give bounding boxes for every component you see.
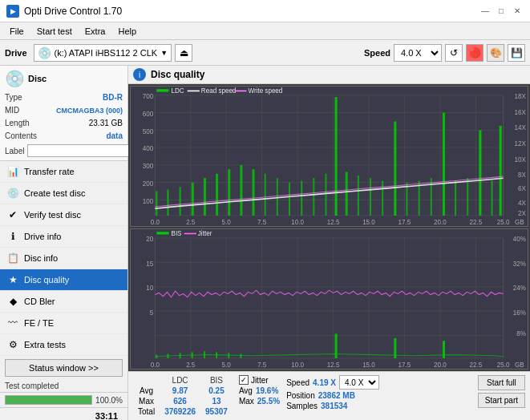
menu-file[interactable]: File [3, 25, 30, 38]
nav-transfer-rate[interactable]: 📊 Transfer rate [0, 161, 127, 183]
nav-verify-test[interactable]: ✔ Verify test disc [0, 204, 127, 226]
svg-text:22.5: 22.5 [469, 361, 482, 369]
svg-text:8%: 8% [516, 329, 526, 337]
label-input[interactable] [27, 144, 134, 157]
minimize-button[interactable]: — [479, 5, 492, 18]
disc-type-row: Type BD-R [5, 91, 123, 104]
app-icon: ▶ [6, 5, 19, 18]
mid-key: MID [5, 104, 19, 117]
svg-text:20: 20 [146, 235, 153, 243]
speed-value-row: Speed 4.19 X 4.0 X 8.0 X [286, 375, 379, 390]
nav-extra-tests[interactable]: ⚙ Extra tests [0, 334, 127, 356]
svg-rect-49 [167, 189, 168, 216]
jitter-avg-val: 19.6% [256, 386, 278, 395]
svg-rect-62 [313, 178, 314, 216]
svg-text:14X: 14X [515, 123, 527, 131]
svg-text:10X: 10X [515, 155, 527, 163]
jitter-section: ✓ Jitter Avg 19.6% Max 25.5% [239, 375, 280, 406]
disc-section-label: Disc [28, 74, 47, 83]
jitter-checkbox[interactable]: ✓ [239, 375, 249, 385]
top-chart-svg: 700 600 500 400 300 200 100 0.0 2.5 5.0 … [131, 87, 528, 226]
length-val: 23.31 GB [89, 117, 123, 130]
nav-label-create-test: Create test disc [24, 188, 85, 198]
nav-cd-bler[interactable]: ◆ CD Bler [0, 291, 127, 313]
svg-text:12.5: 12.5 [327, 218, 340, 226]
disc-contents-row: Contents data [5, 130, 123, 143]
svg-rect-54 [228, 169, 230, 216]
svg-text:2.5: 2.5 [186, 361, 196, 369]
menu-start-test[interactable]: Start test [30, 25, 79, 38]
svg-rect-60 [289, 183, 290, 216]
toolbar: Drive 💿 (k:) ATAPI iHBS112 2 CLK ▼ ⏏ Spe… [0, 40, 530, 66]
maximize-button[interactable]: □ [495, 5, 508, 18]
progress-bar-fill [6, 396, 91, 404]
svg-rect-69 [406, 183, 407, 216]
svg-text:GB: GB [515, 361, 524, 369]
nav-label-disc-quality: Disc quality [24, 275, 69, 285]
svg-text:4X: 4X [518, 199, 526, 207]
svg-text:40%: 40% [513, 235, 527, 243]
save-button[interactable]: 💾 [508, 44, 525, 62]
top-chart: 700 600 500 400 300 200 100 0.0 2.5 5.0 … [130, 86, 528, 227]
speed-select[interactable]: 4.0 X 8.0 X Max [394, 44, 442, 62]
row-total-bis: 95307 [200, 406, 233, 417]
nav-disc-info[interactable]: 📋 Disc info [0, 248, 127, 269]
svg-rect-68 [394, 122, 396, 216]
create-test-icon: 💿 [6, 187, 19, 200]
refresh-button[interactable]: ↺ [445, 44, 463, 62]
svg-rect-73 [455, 180, 456, 216]
drive-selector[interactable]: 💿 (k:) ATAPI iHBS112 2 CLK ▼ [34, 44, 172, 62]
svg-rect-48 [156, 192, 157, 216]
disc-info-icon: 📋 [6, 252, 19, 265]
svg-text:600: 600 [143, 110, 154, 118]
charts-area: 700 600 500 400 300 200 100 0.0 2.5 5.0 … [128, 84, 530, 371]
svg-text:Read speed: Read speed [201, 87, 237, 95]
jitter-max-row: Max 25.5% [239, 397, 280, 406]
nav-drive-info[interactable]: ℹ Drive info [0, 226, 127, 248]
start-part-button[interactable]: Start part [478, 393, 525, 408]
start-full-button[interactable]: Start full [478, 375, 525, 390]
status-window-button[interactable]: Status window >> [5, 359, 123, 377]
speed-dropdown[interactable]: 4.0 X 8.0 X [339, 375, 379, 390]
samples-val: 381534 [321, 402, 347, 410]
svg-text:20.0: 20.0 [434, 218, 447, 226]
nav-create-test[interactable]: 💿 Create test disc [0, 183, 127, 204]
svg-text:25.0: 25.0 [497, 218, 510, 226]
disc-icon: 💿 [5, 69, 25, 88]
samples-label: Samples [286, 402, 318, 410]
svg-rect-131 [335, 334, 338, 358]
svg-text:2X: 2X [518, 209, 526, 217]
length-key: Length [5, 117, 30, 130]
color-button[interactable]: 🎨 [487, 44, 504, 62]
row-avg-bis: 0.25 [200, 386, 233, 396]
drive-dropdown-arrow[interactable]: ▼ [160, 49, 168, 57]
stats-row-avg: Avg 9.87 0.25 [133, 386, 233, 396]
window-controls[interactable]: — □ ✕ [479, 5, 524, 18]
nav-fe-te[interactable]: 〰 FE / TE [0, 313, 127, 334]
progress-area: 100.0% [0, 392, 127, 407]
close-button[interactable]: ✕ [511, 5, 524, 18]
app-title: Opti Drive Control 1.70 [24, 6, 122, 17]
menu-extra[interactable]: Extra [79, 25, 112, 38]
nav-label-cd-bler: CD Bler [24, 297, 55, 306]
svg-rect-66 [370, 178, 371, 216]
title-bar: ▶ Opti Drive Control 1.70 — □ ✕ [0, 0, 530, 22]
fe-te-icon: 〰 [6, 317, 19, 329]
eject-button[interactable]: ⏏ [175, 44, 192, 62]
nav-label-transfer-rate: Transfer rate [24, 167, 75, 176]
svg-text:Jitter: Jitter [198, 229, 212, 237]
menu-help[interactable]: Help [111, 25, 143, 38]
nav-disc-quality[interactable]: ★ Disc quality [0, 269, 127, 291]
jitter-avg-label: Avg [239, 386, 253, 395]
svg-text:17.5: 17.5 [399, 218, 411, 226]
row-max-ldc: 626 [160, 396, 200, 406]
settings-button[interactable]: 🔴 [466, 44, 483, 62]
jitter-label: Jitter [251, 376, 269, 385]
jitter-max-val: 25.5% [257, 397, 280, 406]
svg-rect-71 [431, 178, 432, 216]
nav-label-disc-info: Disc info [24, 253, 58, 263]
type-key: Type [5, 91, 22, 104]
stats-table: LDC BIS Avg 9.87 0.25 Max 626 13 Total 3… [133, 375, 233, 417]
disc-label-row: Label ✎ [5, 144, 123, 157]
time-display: 33:11 [91, 410, 123, 420]
